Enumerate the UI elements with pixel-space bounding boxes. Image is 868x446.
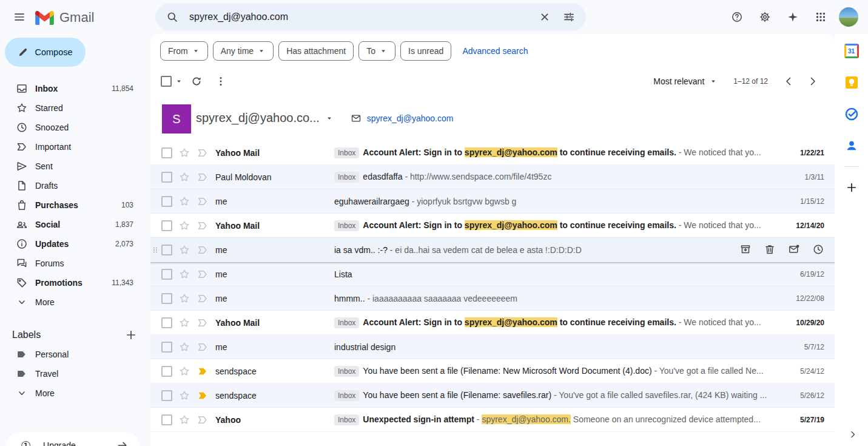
search-button[interactable]	[160, 5, 184, 29]
calendar-app-button[interactable]: 31	[839, 39, 864, 63]
sidebar-item-social[interactable]: Social1,837	[0, 215, 155, 234]
select-all-checkbox[interactable]	[161, 76, 172, 87]
create-label-button[interactable]	[125, 329, 137, 341]
advanced-search-link[interactable]: Advanced search	[462, 46, 528, 56]
keep-app-button[interactable]	[839, 70, 864, 95]
search-input[interactable]	[188, 11, 533, 23]
settings-button[interactable]	[753, 5, 777, 29]
email-row[interactable]: Yahoo MailInboxAccount Alert: Sign in to…	[150, 141, 835, 165]
mark-unread-button[interactable]	[788, 243, 800, 257]
email-row[interactable]: sendspaceInboxYou have been sent a file …	[150, 359, 835, 383]
filter-chip-to[interactable]: To	[358, 41, 395, 61]
email-row[interactable]: meeguhawerailrargaeg - yioprfyuk bsrtgvw…	[150, 189, 835, 214]
filter-chip-from[interactable]: From	[160, 41, 208, 61]
importance-marker-icon[interactable]	[197, 317, 209, 329]
importance-marker-icon[interactable]	[197, 341, 209, 353]
star-toggle-icon[interactable]	[178, 268, 190, 280]
email-row[interactable]: meindustrial design5/7/12	[150, 335, 835, 359]
star-toggle-icon[interactable]	[178, 147, 190, 159]
importance-marker-icon[interactable]	[197, 414, 209, 426]
importance-marker-icon[interactable]	[197, 268, 209, 280]
more-options-button[interactable]	[209, 69, 233, 93]
star-toggle-icon[interactable]	[178, 341, 190, 353]
star-toggle-icon[interactable]	[178, 414, 190, 426]
row-checkbox[interactable]	[161, 317, 172, 328]
email-row[interactable]: YahooInboxUnexpected sign-in attempt - s…	[150, 408, 835, 432]
star-toggle-icon[interactable]	[178, 390, 190, 402]
row-checkbox[interactable]	[161, 414, 172, 425]
sidebar-item-promotions[interactable]: Promotions11,343	[0, 273, 155, 292]
snooze-button[interactable]	[812, 243, 824, 257]
row-checkbox[interactable]	[161, 342, 172, 353]
row-checkbox[interactable]	[161, 172, 172, 183]
refresh-button[interactable]	[184, 69, 209, 93]
importance-marker-icon[interactable]	[197, 195, 209, 208]
sidebar-item-forums[interactable]: Forums	[0, 254, 155, 273]
filter-chip-is-unread[interactable]: Is unread	[400, 41, 451, 61]
clear-search-button[interactable]	[533, 5, 557, 29]
delete-button[interactable]	[764, 243, 776, 257]
row-checkbox[interactable]	[161, 147, 172, 158]
help-button[interactable]	[725, 5, 749, 29]
get-addons-button[interactable]	[839, 175, 864, 200]
email-row[interactable]: meLista6/19/12	[150, 262, 835, 286]
row-checkbox[interactable]	[161, 196, 172, 207]
account-avatar-button[interactable]	[836, 5, 861, 29]
star-toggle-icon[interactable]	[178, 365, 190, 377]
show-side-panel-button[interactable]	[844, 426, 861, 443]
star-toggle-icon[interactable]	[178, 220, 190, 232]
sidebar-item-inbox[interactable]: Inbox11,854	[0, 79, 155, 98]
newer-page-button[interactable]	[776, 69, 801, 93]
importance-marker-icon[interactable]	[197, 147, 209, 159]
row-checkbox[interactable]	[161, 293, 172, 304]
sidebar-item-starred[interactable]: Starred	[0, 98, 155, 118]
archive-button[interactable]	[739, 243, 752, 257]
importance-marker-icon[interactable]	[197, 171, 209, 183]
row-checkbox[interactable]	[161, 245, 172, 255]
row-checkbox[interactable]	[161, 220, 172, 231]
sidebar-item-more[interactable]: More	[0, 292, 155, 312]
filter-chip-any-time[interactable]: Any time	[213, 41, 274, 61]
gemini-button[interactable]	[781, 5, 805, 29]
star-toggle-icon[interactable]	[178, 171, 190, 183]
star-toggle-icon[interactable]	[178, 292, 190, 305]
filter-chip-has-attachment[interactable]: Has attachment	[278, 41, 354, 61]
sidebar-item-purchases[interactable]: Purchases103	[0, 195, 155, 215]
sidebar-label-more[interactable]: More	[0, 383, 155, 403]
row-checkbox[interactable]	[161, 269, 172, 280]
star-toggle-icon[interactable]	[178, 195, 190, 208]
sidebar-label-travel[interactable]: Travel	[0, 364, 155, 383]
star-toggle-icon[interactable]	[178, 244, 190, 256]
email-row[interactable]: Yahoo MailInboxAccount Alert: Sign in to…	[150, 214, 835, 238]
google-apps-button[interactable]	[809, 5, 833, 29]
sender-name-dropdown[interactable]: spyrex_dj@yahoo.co...	[196, 111, 334, 125]
sidebar-item-important[interactable]: Important	[0, 137, 155, 157]
importance-marker-icon[interactable]	[197, 220, 209, 232]
email-row[interactable]: meia sa vdm.. :-? - ei da..hai sa vedem …	[150, 238, 835, 262]
search-filters-button[interactable]	[557, 5, 581, 29]
sidebar-item-sent[interactable]: Sent	[0, 157, 155, 176]
sort-dropdown[interactable]: Most relevant	[653, 76, 718, 86]
row-checkbox[interactable]	[161, 366, 172, 377]
sidebar-item-drafts[interactable]: Drafts	[0, 176, 155, 195]
upgrade-button[interactable]: ① Upgrade	[6, 432, 140, 446]
email-row[interactable]: Paul MoldovanInboxedasdfaffa - http://ww…	[150, 165, 835, 189]
sender-email-link[interactable]: spyrex_dj@yahoo.com	[367, 113, 454, 123]
compose-button[interactable]: Compose	[5, 38, 86, 67]
importance-marker-icon[interactable]	[197, 365, 209, 377]
older-page-button[interactable]	[801, 69, 825, 93]
tasks-app-button[interactable]	[839, 102, 864, 126]
sidebar-label-personal[interactable]: Personal	[0, 345, 155, 364]
email-row[interactable]: mehmmm.. - iaaaaaaaaaa saaaaaaa vedeeeee…	[150, 286, 835, 311]
sidebar-item-updates[interactable]: Updates2,073	[0, 234, 155, 254]
drag-handle-icon[interactable]	[151, 244, 160, 256]
importance-marker-icon[interactable]	[197, 390, 209, 402]
main-menu-button[interactable]	[7, 5, 32, 29]
email-row[interactable]: sendspaceInboxYou have been sent a file …	[150, 383, 835, 408]
importance-marker-icon[interactable]	[197, 292, 209, 305]
select-dropdown-caret-icon[interactable]	[175, 77, 183, 86]
importance-marker-icon[interactable]	[197, 244, 209, 256]
email-row[interactable]: Yahoo MailInboxAccount Alert: Sign in to…	[150, 311, 835, 335]
sidebar-item-snoozed[interactable]: Snoozed	[0, 118, 155, 137]
row-checkbox[interactable]	[161, 390, 172, 401]
